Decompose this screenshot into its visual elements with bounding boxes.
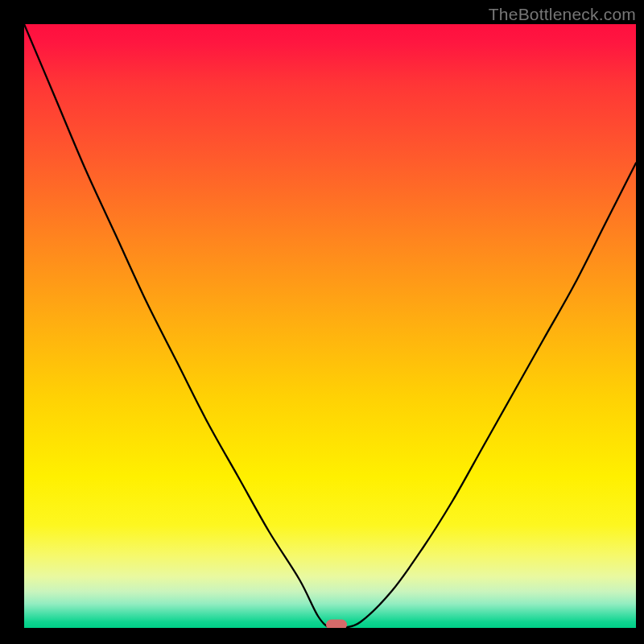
bottleneck-curve bbox=[24, 24, 636, 628]
watermark-text: TheBottleneck.com bbox=[489, 5, 636, 24]
plot-frame bbox=[24, 24, 636, 628]
chart-root: TheBottleneck.com bbox=[0, 0, 644, 644]
optimum-marker bbox=[326, 620, 347, 629]
plot-area bbox=[24, 24, 636, 628]
